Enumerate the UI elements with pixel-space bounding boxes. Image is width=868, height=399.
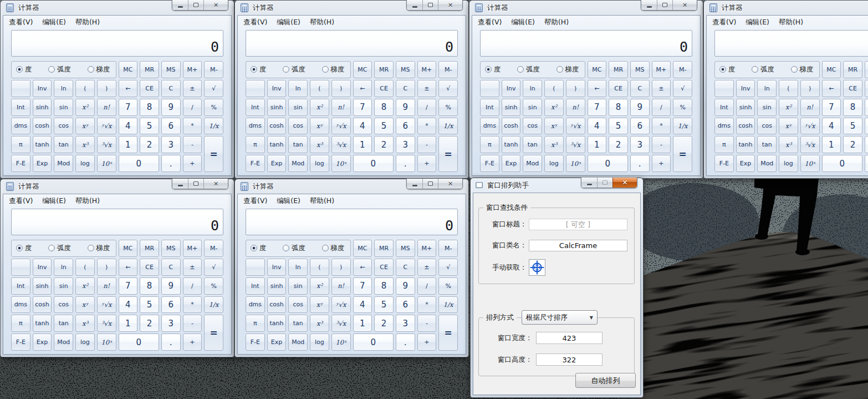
key-C[interactable]: C <box>865 80 868 97</box>
key-blank[interactable] <box>714 80 734 97</box>
key-.[interactable]: . <box>161 334 181 351</box>
angle-mode-radio[interactable]: 梯度 <box>791 65 814 74</box>
key-1/x[interactable]: 1/x <box>204 296 223 314</box>
key-Exp[interactable]: Exp <box>736 155 755 172</box>
key-CE[interactable]: CE <box>843 80 862 97</box>
key-.[interactable]: . <box>865 155 868 172</box>
key-π[interactable]: π <box>11 315 30 332</box>
key-=[interactable]: = <box>438 315 458 351</box>
angle-mode-radio[interactable]: 梯度 <box>88 244 110 253</box>
key-4[interactable]: 4 <box>119 118 138 135</box>
menu-item[interactable]: 查看(V) <box>712 18 736 27</box>
key-sinh[interactable]: sinh <box>267 277 287 295</box>
maximize-button[interactable] <box>657 0 672 10</box>
key-6[interactable]: 6 <box>865 118 868 135</box>
key-([interactable]: ( <box>779 80 798 97</box>
key-+[interactable]: + <box>417 334 437 351</box>
menu-item[interactable]: 编辑(E) <box>42 196 66 206</box>
key-³√x[interactable]: ³√x <box>800 136 820 153</box>
key-dms[interactable]: dms <box>714 118 734 135</box>
key-tan[interactable]: tan <box>54 136 73 153</box>
key-.[interactable]: . <box>630 155 650 172</box>
key-cosh[interactable]: cosh <box>736 118 755 135</box>
memory-key-MC[interactable]: MC <box>119 61 138 78</box>
key-=[interactable]: = <box>204 315 223 351</box>
key-√[interactable]: √ <box>438 80 458 97</box>
menu-item[interactable]: 编辑(E) <box>277 18 300 27</box>
key-1[interactable]: 1 <box>119 136 138 153</box>
key-10ˣ[interactable]: 10ˣ <box>800 155 820 172</box>
key-0[interactable]: 0 <box>119 155 159 172</box>
close-button[interactable]: ✕ <box>438 0 462 10</box>
key-x³[interactable]: x³ <box>779 136 798 153</box>
key-CE[interactable]: CE <box>609 80 628 97</box>
key-)[interactable]: ) <box>566 80 585 97</box>
key-+[interactable]: + <box>183 155 202 172</box>
window-width-input[interactable] <box>536 332 603 344</box>
memory-key-MR[interactable]: MR <box>374 240 394 257</box>
key-x³[interactable]: x³ <box>75 315 95 332</box>
key-ln[interactable]: ln <box>54 80 73 97</box>
key-sin[interactable]: sin <box>523 99 542 116</box>
key-Mod[interactable]: Mod <box>288 334 308 351</box>
key-ln[interactable]: ln <box>288 80 308 97</box>
key-4[interactable]: 4 <box>588 118 607 135</box>
key-sinh[interactable]: sinh <box>736 99 755 116</box>
key--[interactable]: - <box>417 136 437 153</box>
memory-key-M+[interactable]: M+ <box>652 61 671 78</box>
key-←[interactable]: ← <box>353 80 372 97</box>
key-cos[interactable]: cos <box>288 118 308 135</box>
key-3[interactable]: 3 <box>865 136 868 153</box>
key-9[interactable]: 9 <box>161 99 181 116</box>
calculator-titlebar[interactable]: 计算器 ✕ <box>1 179 234 194</box>
minimize-button[interactable] <box>581 178 597 188</box>
key-3[interactable]: 3 <box>396 315 415 332</box>
key-/[interactable]: / <box>183 99 202 116</box>
key-log[interactable]: log <box>75 334 95 351</box>
key-tanh[interactable]: tanh <box>267 136 287 153</box>
key-10ˣ[interactable]: 10ˣ <box>331 155 351 172</box>
key-8[interactable]: 8 <box>374 99 394 116</box>
memory-key-MS[interactable]: MS <box>865 61 868 78</box>
key-1/x[interactable]: 1/x <box>438 296 458 314</box>
key-√[interactable]: √ <box>438 259 458 276</box>
key-Int[interactable]: Int <box>714 99 734 116</box>
key-Mod[interactable]: Mod <box>288 155 308 172</box>
key--[interactable]: - <box>417 315 437 332</box>
key-π[interactable]: π <box>246 315 265 332</box>
key-x³[interactable]: x³ <box>544 136 564 153</box>
key-dms[interactable]: dms <box>480 118 499 135</box>
minimize-button[interactable] <box>172 0 188 10</box>
key-±[interactable]: ± <box>417 259 437 276</box>
memory-key-MS[interactable]: MS <box>630 61 650 78</box>
memory-key-MR[interactable]: MR <box>609 61 628 78</box>
key-cosh[interactable]: cosh <box>267 118 287 135</box>
key-3[interactable]: 3 <box>161 315 181 332</box>
key-%[interactable]: % <box>204 277 223 295</box>
minimize-button[interactable] <box>407 0 422 10</box>
key-F-E[interactable]: F-E <box>11 155 30 172</box>
key-5[interactable]: 5 <box>843 118 862 135</box>
key-xʸ[interactable]: xʸ <box>544 118 564 135</box>
menu-item[interactable]: 查看(V) <box>243 18 267 27</box>
key-1[interactable]: 1 <box>822 136 841 153</box>
key-ʸ√x[interactable]: ʸ√x <box>800 118 820 135</box>
key-±[interactable]: ± <box>183 80 202 97</box>
angle-mode-radio[interactable]: 弧度 <box>283 244 305 253</box>
memory-key-MS[interactable]: MS <box>396 240 415 257</box>
memory-key-MC[interactable]: MC <box>822 61 841 78</box>
key-+[interactable]: + <box>417 155 437 172</box>
key-sin[interactable]: sin <box>288 99 308 116</box>
key-%[interactable]: % <box>438 99 458 116</box>
menu-item[interactable]: 帮助(H) <box>310 18 334 27</box>
key-7[interactable]: 7 <box>119 99 138 116</box>
key-1[interactable]: 1 <box>353 315 372 332</box>
key-³√x[interactable]: ³√x <box>331 315 351 332</box>
angle-mode-radio[interactable]: 度 <box>719 65 736 74</box>
key-4[interactable]: 4 <box>353 118 372 135</box>
key-tanh[interactable]: tanh <box>33 136 52 153</box>
key-5[interactable]: 5 <box>140 118 159 135</box>
key-CE[interactable]: CE <box>374 80 394 97</box>
key-π[interactable]: π <box>714 136 734 153</box>
memory-key-MR[interactable]: MR <box>140 240 159 257</box>
